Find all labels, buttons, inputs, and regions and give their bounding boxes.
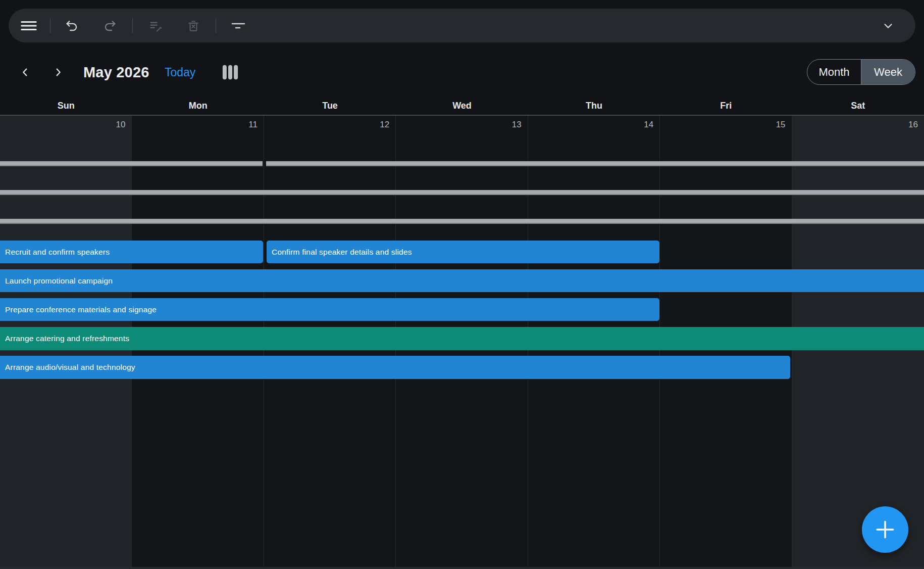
chevron-right-icon bbox=[53, 67, 64, 78]
toolbar-divider bbox=[50, 18, 50, 33]
calendar-nav-row: May 2026 Today Month Week bbox=[0, 59, 924, 85]
day-name-tue: Tue bbox=[264, 96, 396, 115]
plus-icon bbox=[874, 518, 897, 541]
toolbar-divider bbox=[216, 18, 216, 33]
toolbar bbox=[9, 9, 915, 42]
event-strip[interactable] bbox=[0, 161, 263, 166]
view-toggle: Month Week bbox=[807, 59, 915, 85]
event-title: Prepare conference materials and signage bbox=[0, 305, 157, 314]
event-arrange-catering[interactable]: Arrange catering and refreshments bbox=[0, 327, 924, 350]
columns-view-icon bbox=[222, 64, 238, 81]
date-number: 16 bbox=[908, 120, 918, 130]
toolbar-collapse-button[interactable] bbox=[878, 16, 898, 36]
event-strip[interactable] bbox=[266, 161, 924, 166]
hamburger-menu-button[interactable] bbox=[19, 16, 39, 36]
day-name-thu: Thu bbox=[528, 96, 660, 115]
filter-icon bbox=[231, 18, 246, 33]
columns-view-button[interactable] bbox=[219, 59, 241, 85]
edit-note-button[interactable] bbox=[146, 16, 166, 36]
redo-icon bbox=[103, 19, 117, 33]
today-button[interactable]: Today bbox=[165, 59, 195, 85]
redo-button[interactable] bbox=[100, 16, 120, 36]
event-strip[interactable] bbox=[0, 190, 924, 195]
event-title: Launch promotional campaign bbox=[0, 276, 113, 286]
undo-icon bbox=[65, 19, 79, 33]
calendar-week-view: May 2026 Today Month Week SunMonTueWedTh… bbox=[0, 0, 924, 569]
day-header-row: SunMonTueWedThuFriSat bbox=[0, 96, 924, 115]
event-strip[interactable] bbox=[0, 219, 924, 224]
chevron-down-icon bbox=[883, 20, 894, 31]
add-event-button[interactable] bbox=[862, 506, 908, 553]
event-title: Confirm final speaker details and slides bbox=[267, 248, 412, 257]
day-name-mon: Mon bbox=[132, 96, 264, 115]
month-toggle-button[interactable]: Month bbox=[807, 60, 861, 84]
event-confirm-final-speaker-details[interactable]: Confirm final speaker details and slides bbox=[267, 241, 659, 263]
toolbar-divider bbox=[132, 18, 133, 33]
edit-note-icon bbox=[148, 18, 164, 33]
date-number: 13 bbox=[512, 120, 522, 130]
event-launch-promotional-campaign[interactable]: Launch promotional campaign bbox=[0, 269, 924, 292]
filter-button[interactable] bbox=[228, 16, 248, 36]
undo-button[interactable] bbox=[62, 16, 82, 36]
event-recruit-and-confirm-speakers[interactable]: Recruit and confirm speakers bbox=[0, 241, 263, 263]
date-number: 14 bbox=[644, 120, 653, 130]
day-name-sun: Sun bbox=[0, 96, 132, 115]
next-week-button[interactable] bbox=[47, 59, 69, 85]
delete-button[interactable] bbox=[183, 16, 203, 36]
page-title: May 2026 bbox=[83, 59, 149, 85]
bottom-scrollbar bbox=[0, 567, 924, 569]
date-number: 15 bbox=[776, 120, 786, 130]
event-arrange-av-technology[interactable]: Arrange audio/visual and technology bbox=[0, 356, 790, 379]
chevron-left-icon bbox=[20, 67, 31, 78]
date-number: 12 bbox=[380, 120, 389, 130]
date-number: 10 bbox=[116, 120, 126, 130]
event-title: Arrange catering and refreshments bbox=[0, 334, 129, 343]
day-name-fri: Fri bbox=[660, 96, 792, 115]
prev-week-button[interactable] bbox=[14, 59, 36, 85]
day-name-wed: Wed bbox=[396, 96, 528, 115]
event-title: Recruit and confirm speakers bbox=[0, 248, 110, 257]
week-toggle-button[interactable]: Week bbox=[861, 60, 915, 84]
delete-icon bbox=[186, 19, 200, 33]
date-number: 11 bbox=[248, 120, 258, 130]
event-title: Arrange audio/visual and technology bbox=[0, 363, 135, 372]
hamburger-menu-icon bbox=[20, 17, 37, 34]
day-name-sat: Sat bbox=[792, 96, 924, 115]
event-prepare-conference-materials[interactable]: Prepare conference materials and signage bbox=[0, 298, 659, 321]
